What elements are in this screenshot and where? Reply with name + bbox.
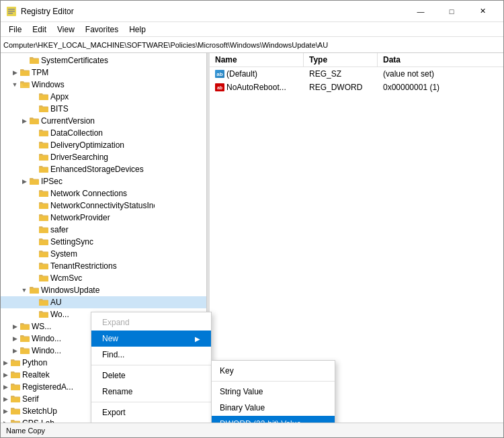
toggle-empty: [29, 213, 38, 222]
toggle-windowsupdate: ▼: [19, 286, 29, 295]
registry-editor-window: Registry Editor — □ ✕ File Edit View Fav…: [0, 0, 504, 438]
menu-edit[interactable]: Edit: [27, 24, 52, 36]
folder-icon: [38, 212, 49, 223]
folder-icon: [10, 357, 21, 368]
folder-icon: [38, 309, 49, 320]
close-button[interactable]: ✕: [467, 1, 498, 21]
tree-label: CPS Lab...: [22, 419, 61, 423]
menu-bar: File Edit View Favorites Help: [1, 22, 503, 37]
folder-icon: [38, 236, 49, 247]
tree-label: Windo...: [32, 334, 61, 343]
sub-ctx-item-dword[interactable]: DWORD (32-bit) Value: [212, 416, 335, 423]
tree-label: CurrentVersion: [41, 116, 95, 126]
svg-rect-3: [8, 13, 13, 14]
sub-ctx-label-dword: DWORD (32-bit) Value: [220, 419, 301, 423]
detail-row-default[interactable]: ab (Default) REG_SZ (value not set): [210, 67, 503, 81]
toggle-empty: [29, 310, 38, 319]
menu-help[interactable]: Help: [124, 24, 151, 36]
folder-icon: [10, 418, 21, 423]
cell-data-default: (value not set): [378, 69, 503, 79]
tree-item-enhancedstoragedevices[interactable]: EnhancedStorageDevices: [1, 163, 206, 175]
ctx-separator-1: [91, 365, 211, 365]
sub-context-menu: Key String Value Binary Value DWORD (32-…: [211, 360, 335, 423]
col-header-name: Name: [210, 53, 304, 67]
address-text: Computer\HKEY_LOCAL_MACHINE\SOFTWARE\Pol…: [3, 41, 328, 49]
sub-ctx-item-key[interactable]: Key: [212, 363, 335, 379]
tree-label: Windows: [32, 80, 65, 89]
tree-item-systemcertificates[interactable]: SystemCertificates: [1, 54, 206, 67]
tree-item-windowsupdate[interactable]: ▼ WindowsUpdate: [1, 284, 206, 296]
ctx-item-new[interactable]: New ▶: [91, 331, 211, 347]
tree-label: Realtek: [22, 370, 50, 380]
menu-file[interactable]: File: [3, 24, 27, 36]
tree-item-windows[interactable]: ▼ Windows: [1, 79, 206, 91]
tree-item-ipsec[interactable]: ▶ IPSec: [1, 175, 206, 187]
window-title: Registry Editor: [21, 7, 405, 16]
tree-label: TPM: [32, 68, 48, 77]
toggle-empty: [29, 298, 38, 307]
folder-icon: [38, 103, 49, 114]
folder-icon: [10, 369, 21, 380]
svg-rect-2: [8, 11, 15, 12]
maximize-button[interactable]: □: [436, 1, 467, 21]
ctx-item-expand[interactable]: Expand: [91, 314, 211, 331]
tree-label: SketchUp: [22, 406, 57, 416]
tree-item-deliveryoptimization[interactable]: DeliveryOptimization: [1, 139, 206, 151]
folder-selected-icon: [38, 297, 49, 308]
ctx-item-rename[interactable]: Rename: [91, 384, 211, 400]
ctx-label-find: Find...: [102, 350, 124, 359]
toggle-cpslab: ▶: [1, 419, 10, 423]
ctx-item-find[interactable]: Find...: [91, 347, 211, 363]
minimize-button[interactable]: —: [405, 1, 436, 21]
tree-item-datacollection[interactable]: DataCollection: [1, 127, 206, 139]
tree-item-settingsync[interactable]: SettingSync: [1, 236, 206, 248]
tree-item-currentversion[interactable]: ▶ CurrentVersion: [1, 115, 206, 127]
tree-label: SystemCertificates: [41, 56, 108, 65]
ctx-item-permissions[interactable]: Permissions...: [91, 421, 211, 423]
toggle-sketchup: ▶: [1, 406, 10, 416]
toggle-empty: [29, 165, 38, 174]
folder-icon: [38, 164, 49, 175]
tree-label: Serif: [22, 394, 39, 404]
tree-item-networkconnections[interactable]: Network Connections: [1, 187, 206, 200]
tree-item-system[interactable]: System: [1, 248, 206, 260]
folder-icon: [19, 67, 30, 78]
tree-item-tenantrestrictions[interactable]: TenantRestrictions: [1, 260, 206, 272]
ctx-label-rename: Rename: [102, 387, 132, 396]
ctx-label-expand: Expand: [102, 318, 130, 327]
tree-item-appx[interactable]: Appx: [1, 91, 206, 103]
tree-label: RegisteredA...: [22, 382, 73, 392]
reg-dword-icon: ab: [215, 83, 224, 91]
detail-header: Name Type Data: [210, 53, 503, 67]
tree-label: WindowsUpdate: [41, 286, 99, 295]
folder-icon: [29, 116, 40, 126]
ctx-item-delete[interactable]: Delete: [91, 367, 211, 384]
folder-icon: [10, 382, 21, 392]
tree-item-networkprovider[interactable]: NetworkProvider: [1, 212, 206, 224]
tree-item-driversearching[interactable]: DriverSearching: [1, 151, 206, 163]
folder-icon: [38, 128, 49, 138]
ctx-item-export[interactable]: Export: [91, 404, 211, 421]
menu-view[interactable]: View: [52, 24, 80, 36]
ctx-label-export: Export: [102, 408, 126, 417]
tree-item-safer[interactable]: safer: [1, 224, 206, 236]
folder-icon: [38, 91, 49, 102]
toggle-empty: [29, 273, 38, 283]
toggle-empty: [29, 249, 38, 259]
sub-ctx-label-stringvalue: String Value: [220, 387, 263, 396]
detail-row-noautoreboot[interactable]: ab NoAutoReboot... REG_DWORD 0x00000001 …: [210, 81, 503, 94]
tree-item-bits[interactable]: BITS: [1, 103, 206, 115]
sub-ctx-item-stringvalue[interactable]: String Value: [212, 384, 335, 400]
tree-item-au[interactable]: AU: [1, 296, 206, 308]
tree-item-wcmsvc[interactable]: WcmSvc: [1, 272, 206, 284]
sub-ctx-item-binaryvalue[interactable]: Binary Value: [212, 400, 335, 416]
reg-sz-icon: ab: [215, 70, 224, 78]
tree-label: WS...: [32, 322, 51, 331]
tree-item-tpm[interactable]: ▶ TPM: [1, 67, 206, 79]
tree-label: DeliveryOptimization: [50, 140, 124, 150]
tree-item-networkconnectivity[interactable]: NetworkConnectivityStatusIndicato...: [1, 200, 206, 212]
toggle-windo1: ▶: [10, 334, 19, 343]
col-header-type: Type: [304, 53, 378, 67]
tree-label: WcmSvc: [50, 273, 82, 283]
menu-favorites[interactable]: Favorites: [80, 24, 124, 36]
